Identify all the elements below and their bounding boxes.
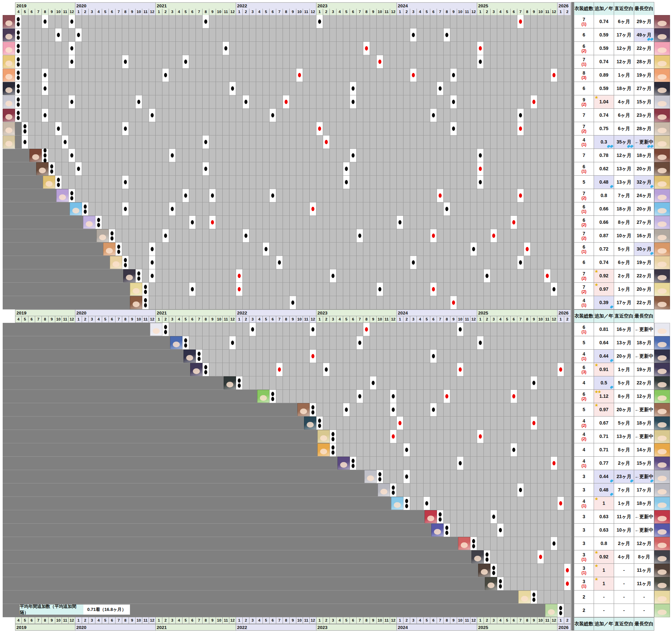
costume-dot: [17, 71, 20, 75]
month-header: 7: [116, 316, 122, 323]
month-header: 7: [517, 9, 524, 16]
addition-month-cell: [236, 283, 242, 296]
avatar-face: [657, 543, 666, 548]
stats-recent-gap: 5ヶ月: [614, 417, 634, 430]
addition-month-cell: [69, 95, 75, 108]
costume-dot-red: [479, 46, 482, 50]
costume-dot-red: [311, 354, 315, 358]
top-section-row: [15, 109, 571, 122]
month-header: 5: [22, 9, 28, 16]
stats-recent-gap: 1ヶ月: [614, 363, 634, 376]
month-header: 10: [537, 617, 544, 624]
debut-month-cell: [69, 189, 75, 202]
total-costumes-value: 5: [583, 179, 585, 185]
costume-dot: [519, 113, 522, 117]
addition-month-cell: [69, 149, 75, 162]
month-header: 7: [116, 617, 122, 624]
addition-month-cell: [250, 323, 256, 336]
stats-longest-gap: 19ヶ月: [634, 363, 654, 376]
timeline-stats-separator: [571, 2, 574, 631]
year-header-2020: 2020: [75, 310, 156, 316]
debut-month-cell: [531, 590, 537, 604]
costume-dot: [151, 274, 154, 278]
addition-month-cell: [437, 189, 443, 202]
avatar-right: [654, 149, 670, 162]
stats-rate: 0.63: [594, 510, 614, 523]
addition-month-cell: [517, 189, 524, 202]
costume-dot: [124, 180, 127, 184]
pre-debut-area: [15, 551, 484, 563]
costume-dot: [452, 73, 455, 77]
costume-dot: [164, 325, 167, 329]
top-section-row: [15, 243, 571, 256]
avatar-right: [654, 537, 670, 551]
debut-month-cell: [196, 350, 202, 363]
costume-dot-red: [512, 220, 515, 224]
pre-debut-area: [15, 136, 22, 149]
costume-dot: [345, 180, 348, 184]
debut-month-cell: [330, 430, 336, 443]
addition-month-cell: [551, 69, 557, 82]
costume-dot: [57, 33, 60, 37]
addition-month-cell: [69, 15, 75, 28]
avatar: [471, 551, 484, 563]
addition-month-cell: [310, 323, 316, 336]
month-header: 5: [343, 617, 350, 624]
high-rate-star-icon: ★: [595, 577, 598, 582]
costume-dot: [151, 247, 154, 251]
stats-rate: 0.66: [594, 216, 614, 229]
costume-dot: [171, 153, 174, 157]
pre-debut-area: [15, 564, 490, 577]
month-header: 5: [504, 316, 511, 323]
stats-rate: 0.74: [594, 15, 614, 28]
addition-month-cell: [330, 269, 336, 283]
bottom-section-row: [15, 376, 571, 390]
costume-dot-red: [479, 434, 482, 439]
stats-longest-gap: 19ヶ月: [634, 69, 654, 82]
stats-rate: 0.97★: [594, 403, 614, 417]
stats-recent-gap: 17ヶ月: [614, 28, 634, 42]
bottom-section-row: [15, 537, 571, 551]
avatar: [123, 269, 136, 283]
stats-recent-gap: 7ヶ月: [614, 484, 634, 497]
month-header: 2: [243, 9, 250, 16]
costume-dot: [291, 300, 294, 305]
month-header: 10: [55, 316, 62, 323]
debut-month-cell: [236, 376, 242, 389]
avatar-face: [380, 489, 387, 494]
avatar-face: [126, 275, 133, 280]
month-header: 5: [102, 316, 109, 323]
avatar-face: [657, 48, 666, 53]
month-header: 4: [497, 617, 504, 624]
stats-recent-gap: -: [614, 577, 634, 590]
stats-longest-gap: ←更新中: [634, 430, 654, 443]
stats-rate: 0.75: [594, 122, 614, 136]
month-header: 6: [189, 9, 196, 16]
year-header-2022: 2022: [236, 310, 317, 316]
month-header: 8: [444, 9, 450, 16]
month-header: 7: [35, 316, 42, 323]
month-header: 6: [109, 617, 116, 624]
addition-month-cell: [263, 243, 269, 255]
addition-month-cell: [403, 470, 410, 483]
bottom-section-row: [15, 551, 571, 564]
addition-month-cell: [477, 162, 484, 175]
recent-count-paren: (1): [582, 464, 587, 468]
month-header: 1: [317, 316, 323, 323]
addition-month-cell: [457, 323, 463, 336]
total-costumes-value: 3: [583, 527, 585, 533]
month-header: 4: [176, 617, 183, 624]
year-header-2026: 2026: [557, 624, 571, 631]
month-header: 6: [430, 617, 437, 624]
month-header: 11: [303, 617, 310, 624]
month-header: 2: [162, 617, 169, 624]
pre-debut-margin: [3, 564, 15, 577]
avatar: [338, 457, 350, 470]
avatar-face: [113, 261, 119, 267]
top-section-row: [15, 69, 571, 82]
pre-debut-area: [15, 390, 270, 403]
avatar-face: [657, 382, 666, 388]
month-header: 11: [384, 9, 390, 16]
debut-month-cell: [270, 390, 276, 403]
addition-month-cell: [343, 176, 350, 189]
